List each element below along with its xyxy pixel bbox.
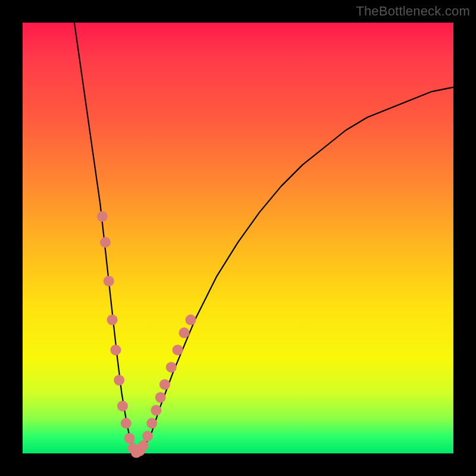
marker-dot — [104, 275, 114, 286]
marker-dot — [142, 431, 153, 441]
frame: TheBottleneck.com — [0, 0, 476, 476]
marker-dot — [151, 405, 161, 416]
marker-dot — [138, 440, 149, 451]
marker-dot — [124, 433, 135, 444]
chart-svg — [23, 23, 453, 453]
bottleneck-curve — [74, 23, 453, 453]
plot-area — [23, 23, 453, 453]
marker-dot — [117, 400, 128, 411]
marker-dot — [110, 345, 121, 355]
marker-dot — [107, 315, 118, 325]
marker-dot — [146, 418, 157, 428]
marker-dot — [185, 315, 196, 325]
marker-dot — [100, 237, 111, 248]
marker-group — [97, 211, 196, 458]
marker-dot — [121, 418, 131, 428]
marker-dot — [155, 392, 166, 403]
marker-dot — [159, 379, 170, 390]
marker-dot — [114, 375, 124, 386]
marker-dot — [179, 327, 190, 338]
curve-path-group — [74, 23, 453, 453]
marker-dot — [97, 211, 108, 222]
watermark-text: TheBottleneck.com — [356, 4, 470, 19]
marker-dot — [166, 362, 177, 372]
marker-dot — [173, 345, 183, 355]
